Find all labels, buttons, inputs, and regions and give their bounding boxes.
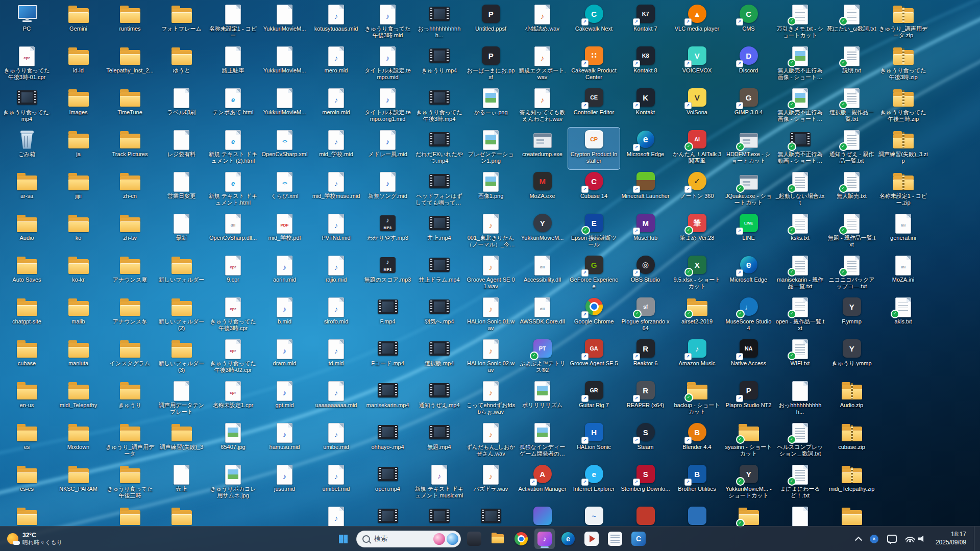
desktop-icon[interactable]: G↗GIMP 3.0.4 — [723, 86, 774, 128]
desktop-icon[interactable]: ♪MP3無題のスコア.mp3 — [362, 253, 413, 295]
desktop-icon[interactable]: ♪dram.mid — [259, 337, 310, 379]
desktop-icon[interactable]: ↗Google Chrome — [568, 295, 620, 337]
desktop-icon[interactable]: ごみ箱 — [1, 128, 53, 169]
desktop-icon[interactable]: YukkuriMovieM... — [259, 2, 310, 44]
desktop-icon[interactable]: 名称未設定1 - コピー.zip — [877, 169, 929, 211]
taskbar-app-file-explorer[interactable] — [487, 529, 508, 549]
desktop-icon[interactable]: アナウンス夏 — [104, 253, 156, 295]
desktop-icon[interactable]: 井上.mp4 — [413, 211, 465, 253]
show-desktop-button[interactable] — [974, 527, 977, 551]
desktop-icon[interactable]: ♪gpt.mid — [259, 379, 310, 420]
desktop-icon[interactable]: zh-tw — [104, 211, 156, 253]
desktop-icon[interactable]: ラベル印刷 — [156, 86, 207, 128]
desktop-icon[interactable]: ♪jusu.mid — [259, 462, 310, 504]
desktop-icon[interactable]: だれだFXいれたやつ.mp4 — [413, 128, 465, 169]
desktop-icon[interactable]: インスタグラム — [104, 337, 156, 379]
desktop-icon[interactable]: LINE↗LINE — [723, 211, 774, 253]
taskbar-app-chrome[interactable] — [511, 529, 531, 549]
desktop-icon[interactable]: K↗Kontakt — [620, 86, 671, 128]
desktop-icon[interactable]: ♪kotusytuaaus.mid — [310, 2, 362, 44]
desktop-icon[interactable]: Audio — [1, 211, 53, 253]
desktop-icon[interactable]: R↗Reaktor 6 — [620, 337, 671, 379]
desktop-icon[interactable]: zh-cn — [104, 169, 156, 211]
desktop-icon[interactable]: cpr9.cpr — [207, 253, 259, 295]
desktop-icon[interactable]: ♩✓MuseScore Studio 4 — [723, 295, 774, 337]
desktop-icon[interactable]: ♪sirofo.mid — [310, 295, 362, 337]
desktop-icon[interactable]: TimeTune — [104, 86, 156, 128]
desktop-icon[interactable]: Y✓YukkuriMovieM... - ショートカット — [723, 462, 774, 504]
desktop-icon[interactable]: ♪umibet.mid — [310, 462, 362, 504]
taskbar-app-media-player[interactable] — [581, 529, 602, 549]
desktop-icon[interactable]: E✓Epson 接続診断ツール — [568, 211, 620, 253]
desktop-icon[interactable]: Auto Saves — [1, 253, 53, 295]
desktop-icon[interactable]: e新規 テキスト ドキュメント (2).html — [207, 128, 259, 169]
desktop-icon[interactable]: きゅうり食ってた午後3時.mp4 — [413, 86, 465, 128]
desktop-icon[interactable]: きゅうり_調声用データ — [104, 420, 156, 462]
desktop-icon[interactable]: eテンポあて.html — [207, 86, 259, 128]
taskbar-app-code-app[interactable]: C — [628, 529, 649, 549]
desktop-icon[interactable]: F.mp4 — [362, 295, 413, 337]
desktop-icon[interactable]: H↗HALion Sonic — [568, 420, 620, 462]
desktop-icon[interactable]: open.mp4 — [362, 462, 413, 504]
taskbar-app-dark-app[interactable] — [464, 529, 484, 549]
desktop-icon[interactable]: かるーぃ.png — [465, 86, 517, 128]
desktop-icon[interactable]: cubase.zip — [826, 420, 877, 462]
desktop-icon[interactable]: レジ袋有料 — [156, 128, 207, 169]
desktop-icon[interactable]: きゅうり食ってた午後三時 — [104, 462, 156, 504]
desktop-icon[interactable]: ♪td.mid — [310, 337, 362, 379]
desktop-icon[interactable]: ♪MP3わかりやす.mp3 — [362, 211, 413, 253]
desktop-icon[interactable]: ▲↗VLC media player — [671, 2, 723, 44]
desktop-icon[interactable]: B↗Brother Utilities — [671, 462, 723, 504]
desktop-icon[interactable]: おっhhhhhhhhhhh... — [774, 379, 826, 420]
desktop-icon[interactable]: ♪Groove Agent SE 01.wav — [465, 253, 517, 295]
desktop-icon[interactable]: ✓JQuake.exe - ショートカット — [723, 169, 774, 211]
desktop-icon[interactable]: ♪mero.mid — [310, 44, 362, 86]
desktop-icon[interactable]: createdump.exe — [517, 128, 568, 169]
desktop-icon[interactable]: es — [1, 420, 53, 462]
desktop-icon[interactable]: C↗Cakewalk Next — [568, 2, 620, 44]
desktop-icon[interactable]: 無題.mp4 — [413, 420, 465, 462]
desktop-icon[interactable]: 新しいフォルダー (2) — [156, 295, 207, 337]
desktop-icon[interactable]: ♪こってehndずおfdsbらぉ.wav — [465, 379, 517, 420]
desktop-icon[interactable]: 売上 — [156, 462, 207, 504]
desktop-icon[interactable]: ♪HALion Sonic 02.wav — [465, 337, 517, 379]
desktop-icon[interactable]: ✓無人販売不正行為画像 - ショートカッ... — [774, 44, 826, 86]
desktop-icon[interactable]: malib — [53, 295, 104, 337]
desktop-icon[interactable]: ♪きゅうり食ってた午後3時.mid — [362, 2, 413, 44]
desktop-icon[interactable]: ♪HALion Sonic 01.wav — [465, 295, 517, 337]
desktop-icon[interactable]: dllOpenCvSharp.dll... — [207, 211, 259, 253]
desktop-icon[interactable]: 通知うぜえ.mp4 — [413, 379, 465, 420]
desktop-icon[interactable]: ✓無人販売不正行為動画 - ショートカット — [774, 128, 826, 169]
desktop-icon[interactable]: cprきゅうり食ってた午後3時-01.cpr — [1, 44, 53, 86]
desktop-icon[interactable]: Gemini — [53, 2, 104, 44]
taskbar-app-music-app[interactable]: ♪ — [534, 529, 555, 549]
desktop-icon[interactable]: K8↗Kontakt 8 — [620, 44, 671, 86]
desktop-icon[interactable]: G↗GeForce Experience — [568, 253, 620, 295]
desktop-icon[interactable]: e↗Internet Explorer — [568, 462, 620, 504]
desktop-icon[interactable]: ✓ksks.txt — [774, 211, 826, 253]
desktop-icon[interactable]: ♪新規ソング.mid — [362, 169, 413, 211]
desktop-icon[interactable]: V↗VOICEVOX — [671, 44, 723, 86]
desktop-icon[interactable]: ヘッドフォンはずしてても鳴ってる.mp4 — [413, 169, 465, 211]
desktop-icon[interactable]: ✓無題 - 親作品一覧.txt — [826, 211, 877, 253]
desktop-icon[interactable]: id-id — [53, 44, 104, 86]
desktop-icon[interactable]: Mixdown — [53, 420, 104, 462]
desktop-icon[interactable]: MMoZA.exe — [517, 169, 568, 211]
desktop-icon[interactable]: chatgpt-site — [1, 295, 53, 337]
desktop-icon[interactable]: ko — [53, 211, 104, 253]
desktop-icon[interactable]: ♪タイトル未設定.tempo.mid — [362, 44, 413, 86]
desktop-icon[interactable]: ♪umibe.mid — [310, 420, 362, 462]
desktop-icon[interactable]: ◎↗OBS Studio — [620, 253, 671, 295]
desktop-icon[interactable]: ♪aorin.mid — [259, 253, 310, 295]
desktop-icon[interactable]: ja — [53, 128, 104, 169]
desktop-icon[interactable]: ♪答え知ってても教えんわこれ.wav — [517, 86, 568, 128]
desktop-icon[interactable]: PC — [1, 2, 53, 44]
desktop-icon[interactable]: きゅうり.mp4 — [413, 44, 465, 86]
desktop-icon[interactable]: きゅうり食ってた午後3時.zip — [877, 44, 929, 86]
desktop-icon[interactable]: NKSC_PARAM — [53, 462, 104, 504]
desktop-icon[interactable]: X✓9.5.xlsx - ショートカット — [671, 253, 723, 295]
desktop-icon[interactable]: 選択版.mp4 — [413, 337, 465, 379]
desktop-icon[interactable]: ko-kr — [53, 253, 104, 295]
desktop-icon[interactable]: Telepathy_Inst_2... — [104, 44, 156, 86]
tray-expand-button[interactable] — [854, 534, 863, 543]
